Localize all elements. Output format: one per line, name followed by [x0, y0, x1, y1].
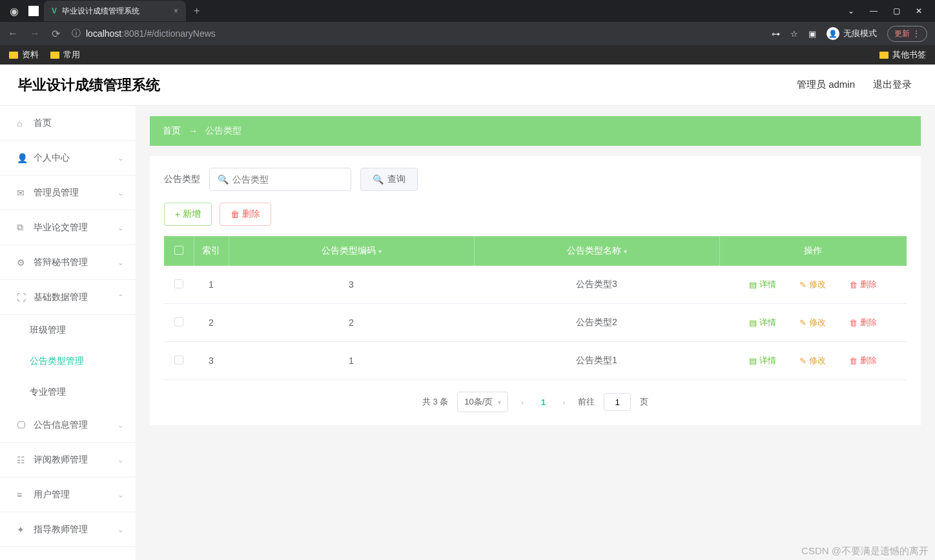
filter-row: 公告类型 🔍 🔍 查询	[164, 168, 907, 191]
next-page-button[interactable]: ›	[559, 397, 569, 407]
url-bar[interactable]: ⓘ localhost:8081/#/dictionaryNews	[72, 28, 760, 39]
sidebar-item-advisor[interactable]: ✦指导教师管理⌄	[0, 512, 136, 547]
detail-button[interactable]: ▤详情	[749, 317, 776, 328]
detail-button[interactable]: ▤详情	[749, 355, 776, 366]
row-checkbox[interactable]	[174, 355, 183, 365]
page-size-select[interactable]: 10条/页▾	[457, 392, 508, 412]
delete-button[interactable]: 🗑删除	[220, 203, 271, 226]
maximize-icon[interactable]: ▢	[893, 6, 900, 15]
col-index[interactable]: 索引	[194, 236, 229, 266]
cell-name: 公告类型3	[474, 266, 719, 304]
app-header: 毕业设计成绩管理系统 管理员 admin 退出登录	[0, 65, 935, 106]
close-window-icon[interactable]: ✕	[916, 6, 922, 15]
cell-name: 公告类型1	[474, 342, 719, 380]
edit-button[interactable]: ✎修改	[799, 317, 826, 328]
col-code[interactable]: 公告类型编码▾	[229, 236, 474, 266]
sidebar-item-reviewer[interactable]: ☷评阅教师管理⌄	[0, 443, 136, 477]
bookmark-bar: 资料 常用 其他书签	[0, 45, 935, 65]
edit-button[interactable]: ✎修改	[799, 279, 826, 290]
submenu-notice-type[interactable]: 公告类型管理	[0, 346, 136, 377]
close-icon[interactable]: ×	[174, 6, 178, 15]
action-row: +新增 🗑删除	[164, 203, 907, 226]
incognito-icon: 👤	[827, 27, 839, 40]
key-icon[interactable]: ⊶	[772, 29, 780, 39]
row-delete-button[interactable]: 🗑删除	[849, 317, 877, 328]
row-checkbox[interactable]	[174, 317, 183, 326]
chevron-down-icon: ⌄	[118, 490, 124, 499]
filter-label: 公告类型	[164, 174, 200, 185]
logout-button[interactable]: 退出登录	[873, 79, 912, 91]
sidebar-item-users[interactable]: ≡用户管理⌄	[0, 477, 136, 512]
back-button[interactable]: ←	[8, 28, 18, 39]
filter-input[interactable]	[232, 174, 345, 185]
star-icon[interactable]: ☆	[790, 29, 798, 39]
select-all-checkbox[interactable]	[174, 246, 183, 255]
doc-icon: ▤	[749, 280, 757, 290]
content: 首页 → 公告类型 公告类型 🔍 🔍 查询 +新增	[136, 106, 935, 560]
edit-icon: ✎	[799, 280, 807, 290]
globe-icon: ◉	[5, 2, 23, 20]
minimize-icon[interactable]: —	[870, 6, 878, 15]
cell-name: 公告类型2	[474, 304, 719, 342]
chevron-down-icon[interactable]: ⌄	[848, 6, 854, 15]
sidebar-item-basedata[interactable]: ⛶基础数据管理⌃	[0, 280, 136, 315]
edit-icon: ✎	[799, 318, 807, 328]
window-controls: ⌄ — ▢ ✕	[848, 6, 935, 15]
mail-icon: ✉	[17, 188, 27, 198]
other-bookmarks[interactable]: 其他书签	[879, 49, 926, 61]
chevron-down-icon: ▾	[498, 399, 501, 406]
submenu-major[interactable]: 专业管理	[0, 377, 136, 408]
row-delete-button[interactable]: 🗑删除	[849, 279, 877, 290]
kebab-icon: ⋮	[912, 29, 920, 38]
incognito-badge: 👤 无痕模式	[827, 27, 877, 40]
page-number[interactable]: 1	[537, 397, 550, 407]
sidebar-item-admin[interactable]: ✉管理员管理⌄	[0, 175, 136, 210]
sidebar-item-home[interactable]: ⌂首页	[0, 106, 136, 141]
update-button[interactable]: 更新 ⋮	[887, 26, 927, 42]
bookmark-item[interactable]: 常用	[50, 49, 80, 61]
submenu-class[interactable]: 班级管理	[0, 315, 136, 346]
row-delete-button[interactable]: 🗑删除	[849, 355, 877, 366]
extensions-icon[interactable]: ▣	[808, 29, 816, 39]
row-checkbox[interactable]	[174, 279, 183, 288]
cell-code: 2	[229, 304, 474, 342]
sidebar-item-defense[interactable]: ⚙答辩秘书管理⌄	[0, 245, 136, 280]
goto-prefix: 前往	[578, 396, 595, 408]
table-row: 13公告类型3▤详情✎修改🗑删除	[164, 266, 907, 304]
browser-chrome: ◉ V 毕业设计成绩管理系统 × + ⌄ — ▢ ✕ ← → ⟳ ⓘ local…	[0, 0, 935, 65]
prev-page-button[interactable]: ‹	[517, 397, 528, 407]
query-button[interactable]: 🔍 查询	[360, 168, 418, 191]
breadcrumb-current: 公告类型	[205, 125, 241, 137]
sidebar-item-thesis[interactable]: ⧉毕业论文管理⌄	[0, 210, 136, 245]
app: 毕业设计成绩管理系统 管理员 admin 退出登录 ⌂首页 👤个人中心⌄ ✉管理…	[0, 65, 935, 560]
cell-index: 3	[194, 342, 229, 380]
edit-icon: ✎	[799, 356, 807, 366]
bookmark-item[interactable]: 资料	[9, 49, 39, 61]
reload-button[interactable]: ⟳	[52, 28, 60, 40]
breadcrumb-home[interactable]: 首页	[163, 125, 181, 137]
sidebar-item-notice[interactable]: 🖵公告信息管理⌄	[0, 408, 136, 443]
doc-icon: ▤	[749, 356, 757, 366]
plus-icon: +	[175, 209, 180, 219]
forward-button[interactable]: →	[30, 28, 40, 39]
detail-button[interactable]: ▤详情	[749, 279, 776, 290]
col-name[interactable]: 公告类型名称▾	[474, 236, 719, 266]
edit-button[interactable]: ✎修改	[799, 355, 826, 366]
monitor-icon: 🖵	[17, 420, 27, 430]
trash-icon: 🗑	[849, 356, 858, 366]
goto-input[interactable]	[604, 393, 631, 411]
sort-icon: ▾	[378, 248, 382, 255]
tab-title: 毕业设计成绩管理系统	[62, 6, 139, 17]
chevron-down-icon: ⌄	[118, 258, 124, 267]
trash-icon: 🗑	[849, 280, 858, 290]
add-button[interactable]: +新增	[164, 203, 212, 226]
arrow-icon: →	[189, 126, 198, 136]
user-label[interactable]: 管理员 admin	[797, 79, 855, 91]
trash-icon: 🗑	[231, 209, 240, 219]
info-icon: ⓘ	[72, 28, 81, 39]
browser-tab[interactable]: V 毕业设计成绩管理系统 ×	[44, 1, 186, 21]
data-table: 索引 公告类型编码▾ 公告类型名称▾ 操作 13公告类型3▤详情✎修改🗑删除22…	[164, 236, 907, 380]
sidebar-item-profile[interactable]: 👤个人中心⌄	[0, 141, 136, 175]
url-host: localhost	[86, 28, 121, 39]
new-tab-button[interactable]: +	[194, 5, 200, 17]
